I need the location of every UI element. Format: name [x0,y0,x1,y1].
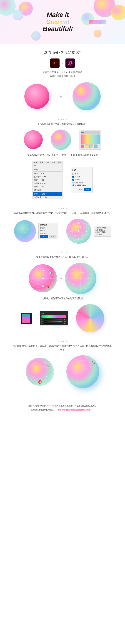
step1-ball-pink [24,130,43,149]
slider-b-val: 170 [63,323,66,324]
ball-pink [24,84,50,109]
menu-lock-all[interactable]: 全部锁定 ⌥⌘3 [33,182,62,185]
step2-btn-cancel[interactable]: 取消 [48,235,56,238]
step1-menu-arrow: → [65,178,68,182]
menu-bar-item-view[interactable]: 视图 [56,161,62,164]
svg-point-59 [91,362,94,365]
dialog-gradient-option: 渐变网格为网格 [72,184,91,186]
svg-point-33 [42,286,44,287]
menu-hide[interactable]: 隐藏 ⌘3 [33,185,62,188]
footer-section: 这样一来我们就得到了一个简单的不规则颜色渐变、并且有虚实变化的图形。 最重要的是… [0,399,125,416]
label-mesh: 渐变网格为网格 [75,184,86,186]
swatch-green[interactable] [90,144,93,148]
svg-point-24 [86,230,87,232]
gradient-bar [42,316,66,318]
checkbox-fill[interactable] [72,176,74,178]
bubble-8 [94,30,102,38]
dialog-cancel-button[interactable]: 取消 [77,188,83,192]
menu-bar-item-object[interactable]: 对象 [33,161,38,164]
page-title: 迷彩渐变-阶段1"虚实" [12,50,112,55]
svg-point-20 [78,230,80,232]
step2-btn-ok[interactable]: 确定 [40,235,48,238]
svg-point-35 [50,278,52,279]
step2-label-rows: 行数: 4 [40,227,45,229]
menu-shape-edit[interactable]: 图形编辑 ⌥⌘G [33,175,62,178]
step-3-section: STEP 3 接下去就可以用渐变颜色工具给予每个单独的点颜色了 [12,252,112,332]
step2-mesh-ball-1 [14,220,36,242]
step3-ball2-svg [65,263,96,294]
slider-g-row: G 204 [42,320,66,322]
footer-highlight: 使各种好看的渐变到设计计划的渐变了！ [58,409,94,411]
gradient-panel-title: 颜色 [42,312,66,314]
step1-arrow: → [45,138,48,142]
menu-transform[interactable]: 变换 [33,164,62,168]
submenu: 变换 排列 编辑 ⌘G 图形编辑 ⌥⌘G 锁定 ⌘2 全部锁定 ⌥⌘3 隐藏 ⌘… [32,164,62,200]
step4-ball-before [26,358,54,386]
step-3-label: STEP 3 [12,252,112,254]
slider-b-track[interactable] [44,323,62,324]
hero-section: Make it Gradient Beautiful! 虛一實 [0,0,125,44]
step4-final-ball [66,355,99,388]
footer-text-1: 这样一来我们就得到了一个简单的不规则颜色渐变、并且有虚实变化的图形。 [28,404,97,407]
step2-mini-panel: 渐变网格 行数: 4 列数: 4 外观: 平面 确定 取消 [38,223,58,240]
menu-bar-item-select[interactable]: 选择 [44,161,50,164]
step-4-section: STEP 4 做到虚实变化其实很简单，里面几—些边缘点的背景色或透明 对下方红圈… [12,340,112,388]
step-3-panel-row: → 颜色 R 128 G 204 B [12,304,112,332]
step-1-illus-row: → → 颜色 [12,130,112,150]
menu-lock[interactable]: 锁定 ⌘2 [33,178,62,182]
label-expand: 扩充 [75,172,78,175]
swatch-yellow[interactable] [85,144,89,148]
step-2-label: STEP 2 [12,207,112,210]
menu-expand[interactable]: 扩展... ⌘B [33,192,62,196]
ball-gradient-result [72,82,100,110]
slider-r-track[interactable] [44,319,62,320]
step3-ball-2 [65,263,96,294]
menu-edit[interactable]: 编辑 ⌘G [33,172,62,175]
svg-point-23 [70,230,72,232]
slider-g-track[interactable] [44,321,62,322]
checkbox-expand[interactable] [72,173,74,175]
subtitle-2: 简单的操作创造新的渐变 [12,75,112,78]
hero-title-gradient: Gradient [43,18,73,25]
balls-comparison-row: → [12,82,112,110]
menu-bar-item-effect[interactable]: 效果 [50,161,56,164]
hero-title-beautiful: Beautiful! [43,25,73,32]
svg-point-52 [48,364,50,366]
step-2-section: STEP 2 完成以后鼠标就停到了上会出现十字型的网格 选中对象——白建——空透… [12,207,112,244]
hero-title-make: Make it [43,11,73,18]
step4-arrow: → [58,370,62,374]
footer-text-2: 最重要的是它是可以编辑的， [31,409,57,411]
step-1-note: 完成以后选中对象，点击菜单栏——对象——扩展 扩展模式选择渐变变量 [12,153,112,157]
swatch-blue[interactable] [94,144,98,148]
swatch-pink[interactable] [80,144,84,148]
svg-point-37 [50,272,52,274]
gradient-sliders: R 128 G 204 B 170 [42,318,66,324]
checkbox-stroke[interactable] [72,179,74,181]
step-1-label: STEP 1 [12,118,112,120]
menu-arrange[interactable]: 排列 [33,168,62,171]
menu-expand-all[interactable]: 全部扩展... ⌥⌘B [33,196,62,199]
step-3-desc: 接下去就可以用渐变颜色工具给予每个单独的点颜色了 [12,255,112,259]
step-2-desc: 完成以后鼠标就停到了上会出现十字型的网格 选中对象——白建——空透明度，拖着颜色… [12,211,112,215]
step-2-illus-row: 渐变网格 行数: 4 列数: 4 外观: 平面 确定 取消 → [12,219,112,244]
separator-dot: · [62,62,63,65]
step3-arrow3: → [70,316,74,320]
hero-text-block: Make it Gradient Beautiful! [43,11,73,32]
slider-b-label: B [42,323,43,324]
svg-point-32 [42,278,44,279]
step-4-row: → [12,355,112,388]
step2-right-panel: AI中的渐变网格工具使用后会出现十字形网格可以编辑 [94,226,111,236]
subtitle-1: 使用工具简简单，就是AI中的渐变网格 [12,71,112,74]
dialog-option-fill: √ 填充 [72,176,91,178]
menu-mockup: 对象 文字 选择 效果 视图 变换 排列 编辑 ⌘G 图形编辑 ⌥⌘G 锁定 ⌘… [32,160,62,200]
step2-panel-options: 确定 取消 [40,235,56,238]
menu-show-all[interactable]: 显示全部 [33,188,62,192]
dialog-gradient-label: 渐变网格为另为 [72,182,91,184]
step2-result-ball [66,219,91,244]
step-1-desc: 首先在画布上画一个圆，确定后用渐变，颜色自选。 [12,122,112,126]
step2-result-svg [66,219,91,244]
menu-bar-item-text[interactable]: 文字 [38,161,44,164]
radio-mesh[interactable] [72,184,74,186]
panel-swatches-row [80,144,100,148]
dialog-ok-button[interactable]: 确定 [84,188,91,192]
